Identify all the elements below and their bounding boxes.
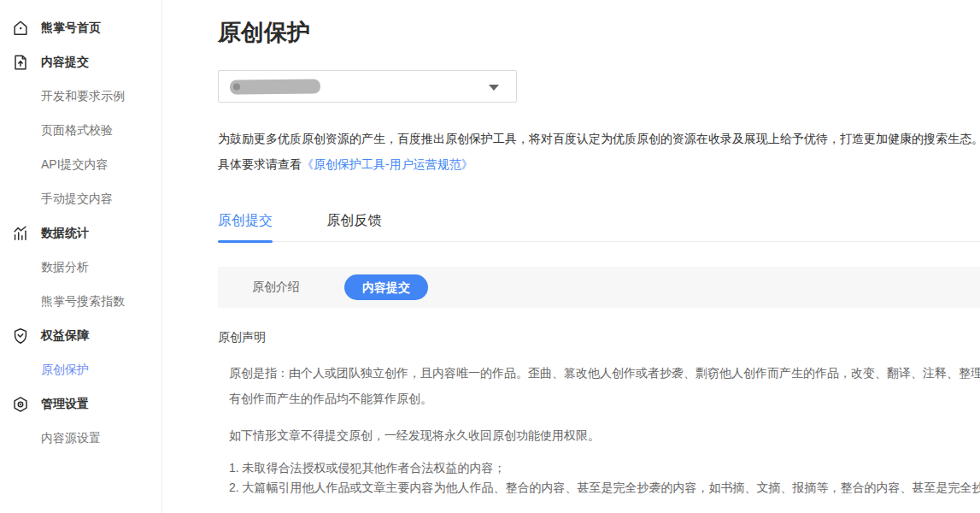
prohibition-note-text: 如下情形文章不得提交原创，一经发现将永久收回原创功能使用权限。	[229, 422, 980, 448]
rule-item: 1. 未取得合法授权或侵犯其他作者合法权益的内容；	[229, 458, 980, 478]
sidebar-item-label: API提交内容	[41, 157, 109, 173]
page-title: 原创保护	[218, 17, 980, 48]
sidebar-item-label: 熊掌号首页	[41, 21, 101, 36]
sidebar-item-label: 数据分析	[41, 260, 89, 275]
doc-upload-icon	[11, 53, 30, 72]
prohibited-rules-list: 1. 未取得合法授权或侵犯其他作者合法权益的内容； 2. 大篇幅引用他人作品或文…	[218, 458, 980, 498]
sidebar-item-data-analysis[interactable]: 数据分析	[0, 251, 161, 285]
paragraph-line1: 原创是指：由个人或团队独立创作，且内容唯一的作品。歪曲、篡改他人创作或者抄袭、剽…	[229, 360, 980, 386]
active-tab-underline	[218, 240, 273, 243]
sidebar-item-api-submit[interactable]: API提交内容	[0, 148, 161, 182]
subnav-item-original-intro[interactable]: 原创介绍	[252, 280, 300, 295]
sidebar-item-home[interactable]: 熊掌号首页	[0, 11, 161, 45]
original-definition-paragraph: 原创是指：由个人或团队独立创作，且内容唯一的作品。歪曲、篡改他人创作或者抄袭、剽…	[218, 360, 980, 411]
home-icon	[11, 19, 30, 38]
sidebar-item-management-settings[interactable]: 管理设置	[0, 387, 161, 422]
sidebar-item-original-protection[interactable]: 原创保护	[0, 353, 161, 387]
tab-original-submit[interactable]: 原创提交	[218, 212, 273, 241]
subnav-item-content-submit-button[interactable]: 内容提交	[344, 274, 428, 300]
sidebar-item-page-format-check[interactable]: 页面格式校验	[0, 114, 161, 148]
sidebar-item-data-statistics[interactable]: 数据统计	[0, 216, 161, 251]
sidebar-item-rights-protection[interactable]: 权益保障	[0, 319, 161, 353]
sidebar-item-label: 内容提交	[41, 55, 89, 70]
sidebar-item-content-submit[interactable]: 内容提交	[0, 45, 161, 80]
original-declaration-section: 原创声明 原创是指：由个人或团队独立创作，且内容唯一的作品。歪曲、篡改他人创作或…	[218, 330, 980, 498]
account-select-dropdown[interactable]	[218, 70, 517, 103]
sidebar-item-label: 内容源设置	[41, 431, 101, 446]
sidebar-item-label: 手动提交内容	[41, 192, 113, 207]
sidebar-item-label: 原创保护	[41, 363, 89, 378]
sidebar-item-label: 熊掌号搜索指数	[41, 294, 125, 310]
intro-description-line1: 为鼓励更多优质原创资源的产生，百度推出原创保护工具，将对百度认定为优质原创的资源…	[218, 126, 980, 151]
sidebar: 熊掌号首页 内容提交 开发和要求示例 页面格式校验 API提交内容 手动提交内容…	[0, 0, 162, 513]
sidebar-item-manual-submit[interactable]: 手动提交内容	[0, 182, 161, 216]
sidebar-item-dev-examples[interactable]: 开发和要求示例	[0, 80, 161, 114]
sidebar-item-label: 权益保障	[41, 328, 89, 344]
tab-label: 原创提交	[218, 213, 273, 227]
settings-icon	[11, 395, 30, 414]
tab-label: 原创反馈	[326, 213, 381, 227]
main-content: 原创保护 为鼓励更多优质原创资源的产生，百度推出原创保护工具，将对百度认定为优质…	[162, 17, 980, 498]
paragraph-line2: 有创作而产生的作品均不能算作原创。	[229, 386, 980, 411]
operation-spec-link[interactable]: 《原创保护工具-用户运营规范》	[302, 157, 473, 171]
tab-bar: 原创提交 原创反馈	[218, 212, 980, 242]
intro-description-line2-prefix: 具体要求请查看	[218, 157, 302, 171]
bar-chart-icon	[11, 224, 30, 243]
section-heading: 原创声明	[218, 330, 980, 345]
prohibition-note: 如下情形文章不得提交原创，一经发现将永久收回原创功能使用权限。	[218, 422, 980, 448]
tab-original-feedback[interactable]: 原创反馈	[326, 212, 381, 241]
subnav-band: 原创介绍 内容提交	[218, 267, 980, 308]
sidebar-item-label: 页面格式校验	[41, 123, 113, 139]
sidebar-item-label: 开发和要求示例	[41, 89, 125, 104]
sidebar-item-label: 数据统计	[41, 226, 89, 241]
chevron-down-icon	[489, 85, 499, 91]
intro-description-line2: 具体要求请查看《原创保护工具-用户运营规范》	[218, 151, 980, 177]
sidebar-item-search-index[interactable]: 熊掌号搜索指数	[0, 285, 161, 319]
rule-item: 2. 大篇幅引用他人作品或文章主要内容为他人作品、整合的内容、甚至是完全抄袭的内…	[229, 478, 980, 498]
sidebar-item-label: 管理设置	[41, 397, 89, 412]
redacted-account-name	[230, 79, 320, 94]
shield-check-icon	[11, 327, 30, 345]
intro-description: 为鼓励更多优质原创资源的产生，百度推出原创保护工具，将对百度认定为优质原创的资源…	[218, 126, 980, 177]
sidebar-item-content-source-settings[interactable]: 内容源设置	[0, 422, 161, 456]
